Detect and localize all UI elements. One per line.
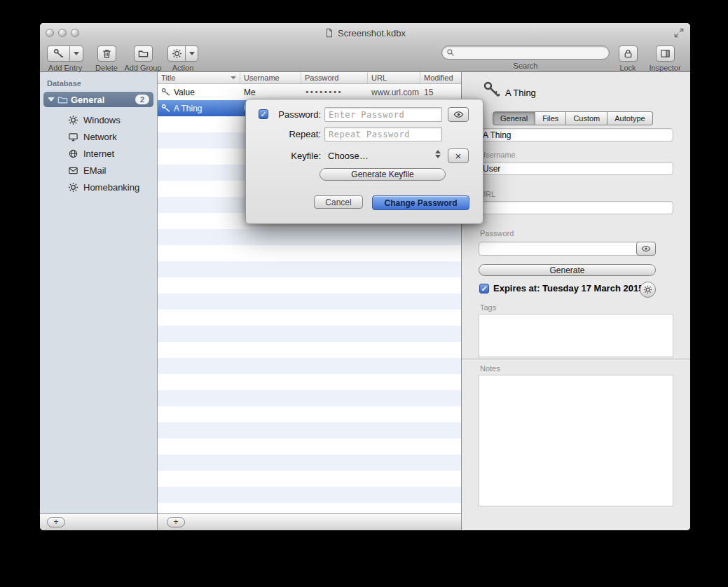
change-password-button[interactable]: Change Password: [372, 195, 469, 210]
add-group-button[interactable]: [134, 46, 153, 62]
action-button[interactable]: [167, 46, 198, 62]
expires-label: Expires at: Tuesday 17 March 2015: [493, 283, 643, 294]
add-entry-plus-button[interactable]: +: [167, 517, 185, 527]
count-badge: 2: [135, 95, 149, 104]
chevron-down-icon: [189, 52, 195, 55]
window-title-area: Screenshot.kdbx: [40, 23, 690, 43]
tab-custom[interactable]: Custom: [566, 111, 607, 125]
window-title: Screenshot.kdbx: [338, 28, 406, 39]
sidebar: Database General 2 Windows Network Inter…: [40, 72, 158, 513]
reveal-password-button[interactable]: [636, 242, 656, 256]
keyfile-dropdown[interactable]: Choose…: [328, 149, 369, 163]
tab-general[interactable]: General: [493, 111, 535, 125]
tags-input[interactable]: [479, 314, 673, 357]
display-icon: [68, 132, 78, 142]
sidebar-item-internet[interactable]: Internet: [40, 145, 157, 162]
list-header: Title Username Password URL Modified: [158, 72, 461, 84]
expires-row: ✓ Expires at: Tuesday 17 March 2015: [479, 283, 643, 294]
dialog-password-label: Password:: [273, 107, 321, 122]
toolbar: Add Entry Delete Add Group Action: [40, 43, 690, 72]
gear-icon: [643, 285, 652, 294]
chevron-down-icon: [74, 52, 79, 55]
column-header-username[interactable]: Username: [240, 72, 301, 83]
inspector-tabs: General Files Custom Autotype: [493, 111, 653, 125]
delete-label: Delete: [95, 64, 118, 72]
column-header-title[interactable]: Title: [158, 72, 240, 83]
sidebar-header: Database: [47, 79, 81, 88]
dialog-repeat-input[interactable]: [324, 127, 442, 141]
fullscreen-icon[interactable]: [674, 28, 684, 38]
eye-icon: [641, 244, 651, 254]
trash-icon: [102, 48, 112, 59]
url-field[interactable]: [479, 201, 673, 214]
sidebar-group-label: General: [71, 95, 104, 105]
username-field[interactable]: [479, 162, 673, 175]
generate-keyfile-button[interactable]: Generate Keyfile: [320, 168, 446, 181]
eye-icon: [453, 109, 464, 120]
inspector-button[interactable]: [656, 46, 675, 62]
folder-icon: [57, 95, 68, 105]
checkmark-icon: ✓: [260, 110, 266, 118]
notes-label: Notes: [480, 364, 500, 373]
lock-icon: [623, 48, 633, 59]
inspector-label: Inspector: [649, 64, 680, 72]
panel-icon: [660, 48, 671, 59]
titlebar[interactable]: Screenshot.kdbx: [40, 23, 690, 43]
table-row[interactable]: Value Me •••••••• www.url.com 15: [158, 84, 461, 100]
tab-files[interactable]: Files: [535, 111, 566, 125]
add-entry-button[interactable]: [47, 46, 83, 62]
notes-input[interactable]: [479, 375, 673, 506]
add-group-plus-button[interactable]: +: [47, 517, 65, 527]
action-label: Action: [172, 64, 194, 72]
sidebar-group-general[interactable]: General 2: [43, 92, 153, 107]
sidebar-item-email[interactable]: EMail: [40, 162, 157, 179]
key-icon: [483, 81, 501, 99]
column-header-modified[interactable]: Modified: [420, 72, 461, 83]
dialog-repeat-label: Repeat:: [273, 127, 321, 141]
sidebar-item-label: Homebanking: [83, 182, 139, 193]
tab-autotype[interactable]: Autotype: [607, 111, 652, 125]
delete-button[interactable]: [97, 46, 116, 62]
remove-keyfile-button[interactable]: ×: [448, 149, 469, 163]
column-header-url[interactable]: URL: [368, 72, 420, 83]
search-input[interactable]: [458, 47, 605, 58]
sidebar-item-label: Network: [83, 132, 117, 142]
expires-options-button[interactable]: [640, 282, 656, 298]
sidebar-item-windows[interactable]: Windows: [40, 111, 157, 128]
gear-icon: [68, 182, 78, 193]
title-field[interactable]: [479, 128, 673, 141]
inspector-panel: A Thing General Files Custom Autotype Us…: [461, 72, 690, 530]
envelope-icon: [68, 165, 78, 176]
sidebar-item-label: Internet: [83, 149, 114, 159]
dialog-password-input[interactable]: [324, 107, 442, 122]
column-header-password[interactable]: Password: [301, 72, 368, 83]
disclosure-triangle-icon[interactable]: [48, 97, 55, 102]
password-checkbox[interactable]: ✓: [259, 109, 268, 119]
password-field[interactable]: [479, 242, 647, 256]
cancel-button[interactable]: Cancel: [314, 195, 363, 209]
change-password-dialog: ✓ Password: Repeat: Keyfile: Choose… × G…: [245, 99, 483, 224]
sort-indicator-icon: [231, 76, 236, 79]
gear-icon: [68, 115, 78, 125]
lock-button[interactable]: [619, 46, 638, 62]
add-group-label: Add Group: [124, 64, 161, 72]
generate-password-button[interactable]: Generate: [479, 264, 656, 276]
checkmark-icon: ✓: [481, 284, 487, 293]
search-field: [441, 46, 610, 60]
key-icon: [53, 48, 64, 59]
sidebar-item-network[interactable]: Network: [40, 128, 157, 145]
divider: [462, 359, 690, 359]
search-icon: [446, 48, 455, 57]
sidebar-item-label: Windows: [83, 115, 121, 125]
password-label: Password: [480, 229, 514, 237]
sidebar-item-homebanking[interactable]: Homebanking: [40, 179, 157, 195]
stepper-arrows-icon[interactable]: [435, 150, 441, 158]
sidebar-item-label: EMail: [83, 165, 107, 176]
key-icon: [161, 104, 170, 113]
close-icon: ×: [455, 151, 462, 161]
dialog-reveal-password-button[interactable]: [448, 107, 469, 122]
add-entry-label: Add Entry: [48, 64, 82, 72]
globe-icon: [68, 149, 78, 159]
tags-label: Tags: [480, 303, 496, 312]
expires-checkbox[interactable]: ✓: [479, 284, 489, 294]
